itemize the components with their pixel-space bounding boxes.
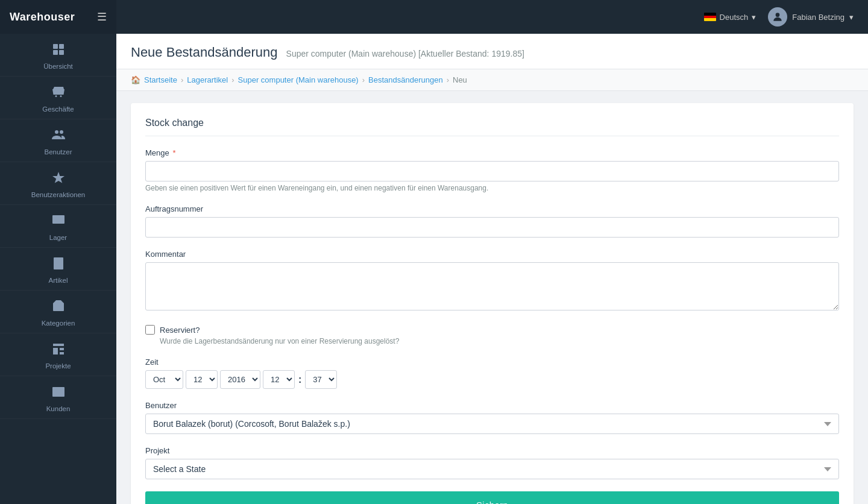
- menge-input[interactable]: [145, 161, 839, 181]
- reserviert-checkbox-row: Reserviert?: [145, 325, 839, 335]
- reserviert-group: Reserviert? Wurde die Lagerbestandsänder…: [145, 325, 839, 345]
- home-icon: 🏠: [131, 75, 140, 84]
- sidebar-item-geschaefte[interactable]: Geschäfte: [0, 77, 116, 119]
- sidebar-item-lager[interactable]: Lager: [0, 205, 116, 248]
- uebersicht-icon: [51, 42, 66, 60]
- reserviert-checkbox[interactable]: [145, 325, 155, 335]
- auftragsnummer-group: Auftragsnummer: [145, 204, 839, 238]
- sidebar-item-benutzeraktionen[interactable]: Benutzeraktionen: [0, 162, 116, 205]
- kommentar-label: Kommentar: [145, 250, 839, 259]
- page-title: Neue Bestandsänderung Super computer (Ma…: [131, 45, 854, 60]
- language-chevron: ▾: [752, 13, 756, 22]
- sidebar-item-projekte[interactable]: Projekte: [0, 333, 116, 376]
- reserviert-label: Reserviert?: [160, 326, 200, 335]
- kommentar-input[interactable]: [145, 262, 839, 310]
- sidebar: Warehouser ☰ Übersicht Geschäfte Benutze…: [0, 0, 116, 504]
- zeit-month-select[interactable]: JanFebMarAprMayJunJulAugSepOctNovDec: [145, 370, 183, 389]
- kategorien-icon: [51, 299, 66, 317]
- lager-icon: [51, 213, 66, 232]
- sidebar-label-benutzer: Benutzer: [44, 148, 72, 156]
- content-area: Neue Bestandsänderung Super computer (Ma…: [116, 34, 868, 504]
- zeit-minute-select[interactable]: 051015202530353740455055: [305, 370, 337, 389]
- sidebar-header: Warehouser ☰: [0, 0, 116, 34]
- zeit-day-select[interactable]: 1234567891011121314151617181920212223242…: [186, 370, 218, 389]
- user-chevron: ▾: [849, 13, 854, 22]
- benutzer-select[interactable]: Borut Balazek (borut) (Corcosoft, Borut …: [145, 414, 839, 434]
- sidebar-label-artikel: Artikel: [49, 277, 68, 284]
- breadcrumb-home[interactable]: Startseite: [144, 75, 177, 84]
- user-name: Fabian Betzing: [792, 13, 844, 22]
- sidebar-label-kunden: Kunden: [46, 405, 71, 412]
- kunden-icon: [51, 385, 66, 403]
- breadcrumb-sep-3: ›: [362, 75, 365, 84]
- svg-rect-2: [53, 50, 58, 55]
- sidebar-label-uebersicht: Übersicht: [43, 63, 73, 70]
- zeit-inputs: JanFebMarAprMayJunJulAugSepOctNovDec 123…: [145, 370, 839, 389]
- topbar: Deutsch ▾ Fabian Betzing ▾: [116, 0, 868, 34]
- required-marker: *: [172, 148, 175, 157]
- kommentar-group: Kommentar: [145, 250, 839, 313]
- page-subtitle: Super computer (Main warehouse) [Aktuell…: [286, 49, 524, 58]
- benutzer-icon: [51, 128, 66, 146]
- sidebar-label-lager: Lager: [49, 234, 67, 241]
- svg-point-9: [776, 13, 780, 17]
- sidebar-item-kategorien[interactable]: Kategorien: [0, 291, 116, 333]
- benutzeraktionen-icon: [51, 171, 66, 189]
- zeit-year-select[interactable]: 20142015201620172018: [220, 370, 260, 389]
- svg-rect-1: [59, 44, 64, 49]
- flag-icon: [704, 13, 716, 21]
- auftragsnummer-input[interactable]: [145, 217, 839, 238]
- svg-point-4: [55, 130, 58, 134]
- user-menu[interactable]: Fabian Betzing ▾: [768, 7, 854, 27]
- sidebar-label-geschaefte: Geschäfte: [42, 106, 74, 113]
- language-label: Deutsch: [720, 13, 749, 22]
- app-logo: Warehouser: [10, 11, 75, 24]
- menge-label: Menge *: [145, 148, 839, 157]
- language-selector[interactable]: Deutsch ▾: [704, 13, 756, 22]
- svg-rect-3: [59, 50, 64, 55]
- projekte-icon: [51, 342, 66, 360]
- save-button[interactable]: Sichern: [145, 491, 839, 504]
- svg-rect-0: [53, 44, 58, 49]
- breadcrumb-sep-1: ›: [181, 75, 183, 84]
- svg-rect-8: [52, 387, 64, 397]
- geschaefte-icon: [51, 85, 66, 103]
- zeit-colon: :: [297, 374, 303, 385]
- breadcrumb-bestandsaenderungen[interactable]: Bestandsänderungen: [368, 75, 443, 84]
- projekt-group: Projekt Select a State: [145, 446, 839, 479]
- sidebar-item-kunden[interactable]: Kunden: [0, 376, 116, 419]
- form-section-title: Stock change: [145, 118, 839, 136]
- svg-rect-6: [52, 215, 64, 224]
- menge-hint: Geben sie einen positiven Wert für einen…: [145, 184, 839, 192]
- main-area: Deutsch ▾ Fabian Betzing ▾ Neue Bestands…: [116, 0, 868, 504]
- sidebar-item-uebersicht[interactable]: Übersicht: [0, 34, 116, 77]
- breadcrumb-lagerartikel[interactable]: Lagerartikel: [187, 75, 228, 84]
- zeit-label: Zeit: [145, 358, 839, 367]
- sidebar-label-benutzeraktionen: Benutzeraktionen: [31, 191, 86, 198]
- auftragsnummer-label: Auftragsnummer: [145, 204, 839, 213]
- artikel-icon: [51, 256, 66, 274]
- benutzer-group: Benutzer Borut Balazek (borut) (Corcosof…: [145, 401, 839, 434]
- sidebar-label-kategorien: Kategorien: [42, 320, 75, 327]
- sidebar-label-projekte: Projekte: [45, 362, 71, 370]
- breadcrumb-sep-4: ›: [447, 75, 449, 84]
- user-avatar: [768, 7, 787, 27]
- reserviert-hint: Wurde die Lagerbestandsänderung nur von …: [160, 337, 839, 345]
- form-card: Stock change Menge * Geben sie einen pos…: [131, 103, 854, 504]
- menu-icon[interactable]: ☰: [97, 10, 107, 24]
- svg-point-5: [60, 130, 63, 134]
- sidebar-item-artikel[interactable]: Artikel: [0, 248, 116, 291]
- sidebar-item-benutzer[interactable]: Benutzer: [0, 119, 116, 162]
- breadcrumb-sep-2: ›: [231, 75, 234, 84]
- svg-rect-7: [54, 257, 63, 269]
- breadcrumb-product[interactable]: Super computer (Main warehouse): [238, 75, 359, 84]
- page-header: Neue Bestandsänderung Super computer (Ma…: [116, 34, 868, 69]
- breadcrumb: 🏠 Startseite › Lagerartikel › Super comp…: [116, 69, 868, 91]
- menge-group: Menge * Geben sie einen positiven Wert f…: [145, 148, 839, 192]
- projekt-label: Projekt: [145, 446, 839, 455]
- projekt-select[interactable]: Select a State: [145, 459, 839, 479]
- zeit-hour-select[interactable]: 01234567891011121314151617181920212223: [263, 370, 295, 389]
- benutzer-label: Benutzer: [145, 401, 839, 410]
- breadcrumb-current: Neu: [453, 75, 467, 84]
- zeit-group: Zeit JanFebMarAprMayJunJulAugSepOctNovDe…: [145, 358, 839, 389]
